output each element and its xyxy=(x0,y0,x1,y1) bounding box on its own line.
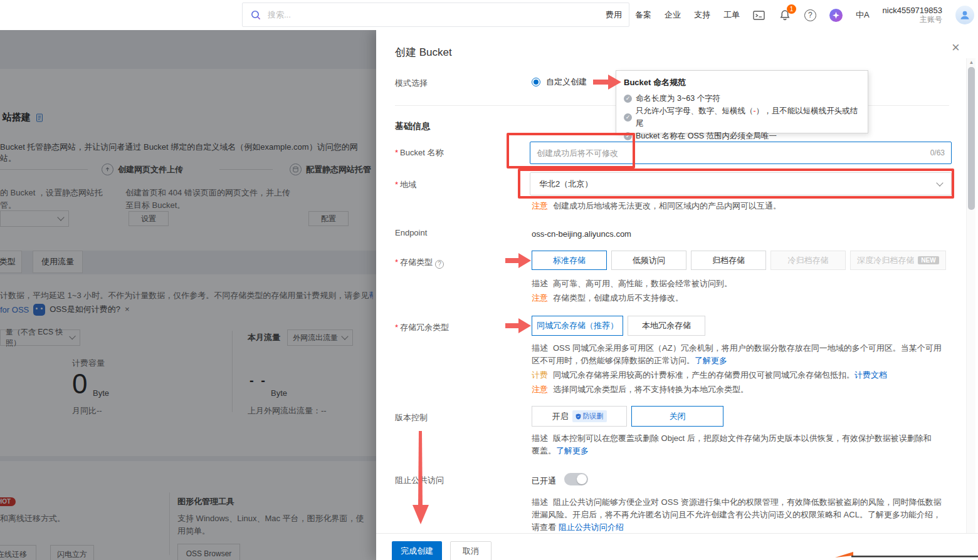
storage-class-desc: 描述高可靠、高可用、高性能，数据会经常被访问到。 xyxy=(532,277,732,290)
block-public-desc: 描述阻止公共访问能够方便企业对 OSS 资源进行集中化的权限管理，有效降低数据被… xyxy=(532,496,947,534)
dialog-footer: 完成创建 取消 xyxy=(376,533,978,560)
option-local-redundant[interactable]: 本地冗余存储 xyxy=(628,316,705,336)
char-counter: 0/63 xyxy=(930,148,945,157)
oss-console-page: { "topbar": { "search_placeholder": "搜索.… xyxy=(0,0,978,560)
username: nick4559719853 xyxy=(883,6,942,15)
bucket-naming-tooltip: Bucket 命名规范 ✓ 命名长度为 3~63 个字符 ✓ 只允许小写字母、数… xyxy=(616,70,868,133)
language-icon[interactable]: 中A xyxy=(856,9,870,21)
mode-label: 模式选择 xyxy=(395,78,428,89)
new-badge: NEW xyxy=(918,256,939,264)
menu-support[interactable]: 支持 xyxy=(694,9,710,21)
notification-badge: 1 xyxy=(787,4,796,14)
scroll-up-icon[interactable]: ▲ xyxy=(967,60,976,65)
storage-class-options: 标准存储 低频访问 归档存储 冷归档存储 深度冷归档存储 NEW xyxy=(532,251,946,270)
user-info[interactable]: nick4559719853 主账号 xyxy=(883,6,942,24)
redundancy-note: 注意选择同城冗余类型后，将不支持转换为本地冗余类型。 xyxy=(532,383,749,396)
versioning-label: 版本控制 xyxy=(395,412,428,423)
versioning-off-button[interactable]: 关闭 xyxy=(631,406,723,427)
global-search[interactable] xyxy=(242,3,629,27)
versioning-on-button[interactable]: 开启 防误删 xyxy=(532,406,627,427)
account-type: 主账号 xyxy=(883,15,942,24)
block-public-label: 阻止公共访问 xyxy=(395,475,444,486)
required-mark: * xyxy=(395,148,398,157)
option-ia-storage[interactable]: 低频访问 xyxy=(611,251,686,270)
option-deep-cold-archive-storage: 深度冷归档存储 NEW xyxy=(850,251,946,270)
tooltip-rule-1: ✓ 命名长度为 3~63 个字符 xyxy=(624,92,860,105)
cloudshell-icon[interactable] xyxy=(753,9,765,21)
option-archive-storage[interactable]: 归档存储 xyxy=(691,251,766,270)
block-public-status: 已开通 xyxy=(532,475,556,487)
tooltip-title: Bucket 命名规范 xyxy=(624,77,860,88)
menu-tickets[interactable]: 工单 xyxy=(723,9,740,21)
avatar[interactable] xyxy=(955,6,974,24)
versioning-desc: 描述版本控制可以在您覆盖或删除 Object 后，把原始文件存储为历史版本以供恢… xyxy=(532,432,939,457)
scrollbar-thumb[interactable] xyxy=(968,67,975,210)
check-circle-icon: ✓ xyxy=(624,132,632,140)
basic-info-header: 基础信息 xyxy=(395,121,430,132)
billing-doc-link[interactable]: 计费文档 xyxy=(854,370,887,380)
dialog-scrollbar[interactable]: ▲ ▼ xyxy=(966,58,975,547)
versioning-options: 开启 防误删 关闭 xyxy=(532,406,723,427)
required-mark: * xyxy=(395,257,398,267)
block-public-toggle[interactable] xyxy=(564,473,588,485)
submit-button[interactable]: 完成创建 xyxy=(392,541,442,560)
shield-icon xyxy=(576,413,581,420)
assistant-star-icon[interactable] xyxy=(829,9,843,22)
close-icon[interactable]: × xyxy=(952,41,960,54)
redundancy-desc: 描述OSS 同城冗余采用多可用区（AZ）冗余机制，将用户的数据分散存放在同一地域… xyxy=(532,342,945,367)
option-standard-storage[interactable]: 标准存储 xyxy=(532,251,607,270)
search-icon xyxy=(250,9,261,21)
cancel-button[interactable]: 取消 xyxy=(450,541,492,560)
radio-selected-icon[interactable] xyxy=(532,78,540,86)
check-circle-icon: ✓ xyxy=(624,113,632,122)
region-select[interactable]: 华北2（北京） xyxy=(530,172,952,195)
mode-option-label: 自定义创建 xyxy=(546,76,587,88)
redundancy-label: *存储冗余类型 xyxy=(395,322,449,333)
option-zone-redundant[interactable]: 同城冗余存储（推荐） xyxy=(532,316,623,336)
notification-bell-icon[interactable]: 1 xyxy=(779,9,791,21)
tooltip-rule-2: ✓ 只允许小写字母、数字、短横线（-），且不能以短横线开头或结尾 xyxy=(624,105,860,130)
bucket-name-field: 0/63 xyxy=(530,142,952,164)
menu-billing[interactable]: 费用 xyxy=(606,9,622,21)
redundancy-billing: 计费同城冗余存储将采用较高的计费标准，产生的存储费用仅可被同城冗余存储包抵扣。计… xyxy=(532,369,887,381)
topbar: 费用 备案 企业 支持 工单 1 ? 中A nick4559719853 主账号 xyxy=(0,0,978,30)
redundancy-options: 同城冗余存储（推荐） 本地冗余存储 xyxy=(532,316,705,336)
required-mark: * xyxy=(395,180,398,189)
anti-delete-badge: 防误删 xyxy=(572,410,607,422)
storage-class-label: *存储类型? xyxy=(395,257,444,269)
check-circle-icon: ✓ xyxy=(624,95,632,103)
chevron-down-icon xyxy=(936,179,943,186)
tooltip-rule-3: ✓ Bucket 名称在 OSS 范围内必须全局唯一 xyxy=(624,130,860,142)
storage-class-note: 注意存储类型，创建成功后不支持修改。 xyxy=(532,292,683,304)
help-circle-icon[interactable]: ? xyxy=(435,260,444,269)
region-note: 注意创建成功后地域将无法更改，相同区域内的产品内网可以互通。 xyxy=(532,200,781,212)
menu-enterprise[interactable]: 企业 xyxy=(665,9,681,21)
bucket-name-input[interactable] xyxy=(537,148,930,158)
learn-more-link[interactable]: 了解更多 xyxy=(556,446,589,455)
endpoint-value: oss-cn-beijing.aliyuncs.com xyxy=(532,228,631,241)
endpoint-label: Endpoint xyxy=(395,228,427,237)
mode-radio-row: 自定义创建 xyxy=(532,76,587,88)
bucket-name-label: *Bucket 名称 xyxy=(395,147,443,158)
block-public-link[interactable]: 阻止公共访问介绍 xyxy=(559,522,624,532)
required-mark: * xyxy=(395,323,398,332)
option-cold-archive-storage: 冷归档存储 xyxy=(770,251,846,270)
learn-more-link[interactable]: 了解更多 xyxy=(695,356,727,365)
region-label: *地域 xyxy=(395,179,416,190)
search-input[interactable] xyxy=(268,10,621,19)
dialog-title: 创建 Bucket xyxy=(395,45,452,60)
region-value: 华北2（北京） xyxy=(539,179,592,190)
help-icon[interactable]: ? xyxy=(804,9,816,21)
menu-icp[interactable]: 备案 xyxy=(635,9,651,21)
